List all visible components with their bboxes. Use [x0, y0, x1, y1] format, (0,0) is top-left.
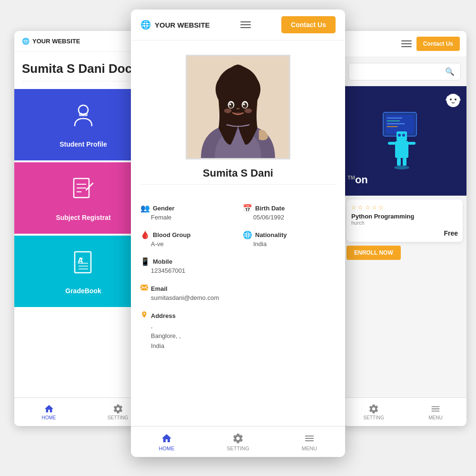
address-icon [140, 311, 148, 320]
center-menu-label: MENU [302, 446, 317, 451]
course-price: Free [444, 229, 458, 237]
email-icon [140, 284, 148, 293]
center-brand-name: YOUR WEBSITE [155, 21, 210, 29]
course-title: Python Programming [351, 213, 458, 220]
bloodgroup-label: Blood Group [153, 231, 190, 238]
right-nav-menu[interactable]: MENU [405, 398, 466, 426]
center-bottom-nav: HOME SETTING MENU [131, 426, 345, 457]
gender-icon: 👥 [140, 204, 150, 213]
right-contact-button[interactable]: Contact Us [416, 37, 460, 51]
address-value: ,Banglore, ,India [140, 321, 336, 351]
mobile-label: Mobile [153, 258, 172, 265]
right-menu-label: MENU [428, 415, 442, 420]
right-bottom-nav: SETTING MENU [343, 397, 466, 426]
svg-rect-20 [395, 141, 408, 158]
center-logo: 🌐 YOUR WEBSITE [140, 20, 210, 30]
left-setting-label: SETTING [108, 415, 128, 420]
gender-value: Female [140, 214, 233, 221]
svg-point-43 [224, 109, 232, 113]
nationality-field: 🌐 Nationality India [243, 230, 336, 248]
bloodgroup-icon: 🩸 [140, 230, 150, 239]
svg-rect-26 [388, 142, 396, 145]
robot-illustration [378, 103, 431, 179]
profile-divider [140, 184, 336, 185]
email-value: sumitasdani@demo.com [140, 294, 336, 301]
bloodgroup-field: 🩸 Blood Group A-ve [140, 230, 233, 248]
center-globe-icon: 🌐 [140, 20, 151, 30]
center-hamburger-icon[interactable] [240, 21, 251, 28]
left-logo: 🌐 YOUR WEBSITE [22, 38, 80, 45]
birthdate-label: Birth Date [255, 205, 285, 212]
center-setting-label: SETTING [227, 446, 249, 451]
course-stars: ☆ ☆ ☆ ☆ ☆ [351, 204, 458, 211]
birthdate-field: 📅 Birth Date 05/06/1992 [243, 204, 336, 221]
svg-point-39 [229, 102, 234, 108]
svg-rect-27 [408, 142, 416, 145]
left-divider [22, 81, 145, 81]
search-icon: 🔍 [445, 67, 455, 76]
address-field: Address ,Banglore, ,India [140, 311, 336, 351]
gradebook-icon: A + [69, 248, 98, 282]
center-nav-bar: 🌐 YOUR WEBSITE Contact Us [131, 10, 345, 40]
svg-point-33 [455, 99, 456, 100]
svg-point-23 [402, 134, 405, 137]
left-brand-name: YOUR WEBSITE [32, 38, 80, 45]
profile-section: Sumita S Dani [131, 40, 345, 204]
birthdate-value: 05/06/1992 [243, 214, 336, 221]
enroll-button[interactable]: ENROLL NOW [347, 246, 401, 260]
address-label: Address [151, 312, 176, 319]
left-home-label: HOME [42, 415, 56, 420]
svg-point-0 [79, 105, 88, 115]
right-hamburger-icon[interactable] [401, 40, 412, 47]
course-author: hurch [351, 220, 458, 226]
svg-rect-21 [397, 131, 407, 141]
student-tile-label: Student Profile [60, 140, 107, 148]
nationality-label: Nationality [255, 231, 287, 238]
right-nav-setting[interactable]: SETTING [343, 398, 405, 426]
right-nav-bar: Contact Us [343, 31, 466, 57]
globe-icon: 🌐 [22, 38, 30, 45]
left-nav-home[interactable]: HOME [14, 398, 83, 426]
center-nav-setting[interactable]: SETTING [202, 426, 274, 457]
right-setting-label: SETTING [363, 415, 384, 420]
svg-point-32 [450, 99, 452, 100]
svg-rect-24 [397, 158, 401, 166]
banner-text: TMon [347, 174, 368, 186]
mobile-field: 📱 Mobile 1234567001 [140, 257, 336, 274]
svg-point-41 [229, 103, 231, 105]
birthdate-icon: 📅 [243, 204, 252, 213]
svg-rect-15 [386, 115, 414, 134]
gender-field: 👥 Gender Female [140, 204, 233, 221]
email-field: Email sumitasdani@demo.com [140, 284, 336, 301]
subject-tile-label: Subject Registrat [56, 214, 110, 221]
mobile-icon: 📱 [140, 257, 150, 266]
svg-point-28 [394, 166, 409, 169]
center-nav-home[interactable]: HOME [131, 426, 202, 457]
center-home-label: HOME [159, 446, 175, 451]
email-label: Email [151, 285, 168, 292]
svg-point-42 [243, 103, 245, 105]
svg-point-40 [243, 102, 248, 108]
cat-mascot [444, 90, 463, 109]
right-search-bar[interactable]: 🔍 [348, 63, 461, 80]
nationality-icon: 🌐 [243, 230, 252, 239]
svg-point-44 [245, 109, 252, 113]
svg-point-22 [398, 134, 401, 137]
course-banner: TMon [343, 86, 466, 196]
profile-name: Sumita S Dani [203, 167, 273, 179]
nationality-value: India [243, 240, 336, 248]
svg-rect-25 [403, 158, 407, 166]
right-card: Contact Us 🔍 [343, 31, 466, 426]
center-contact-button[interactable]: Contact Us [281, 16, 336, 33]
registration-icon [69, 175, 98, 209]
student-icon [69, 101, 98, 136]
profile-photo [186, 55, 290, 159]
svg-text:+: + [80, 256, 83, 261]
center-nav-menu[interactable]: MENU [274, 426, 345, 457]
gender-label: Gender [153, 205, 175, 212]
mobile-value: 1234567001 [140, 267, 336, 274]
bloodgroup-value: A-ve [140, 240, 233, 248]
info-grid: 👥 Gender Female 📅 Birth Date 05/06/1992 … [131, 204, 345, 351]
course-card: ☆ ☆ ☆ ☆ ☆ Python Programming hurch Free [347, 199, 463, 242]
center-card: 🌐 YOUR WEBSITE Contact Us [131, 10, 345, 457]
